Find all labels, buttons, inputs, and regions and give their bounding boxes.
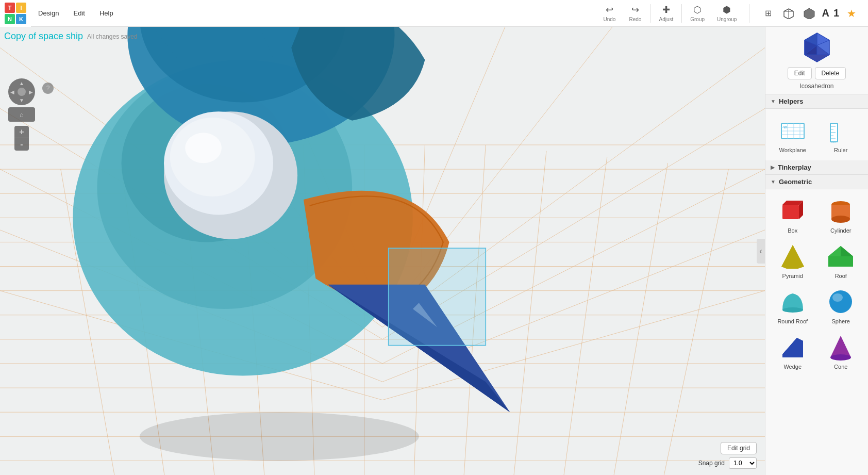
ruler-icon: mm — [826, 116, 855, 145]
grid-view-btn[interactable]: ⊞ — [760, 5, 776, 22]
cone-label: Cone — [834, 364, 847, 370]
menu-edit[interactable]: Edit — [66, 0, 92, 27]
helpers-arrow-icon: ▼ — [771, 99, 776, 104]
svg-rect-57 — [389, 248, 486, 345]
wedge-shape-item[interactable]: Wedge — [770, 330, 816, 373]
wedge-icon — [778, 333, 807, 362]
shape-view-btn[interactable] — [801, 5, 817, 22]
star-view-btn[interactable]: ★ — [843, 5, 860, 22]
sphere-label: Sphere — [832, 318, 850, 324]
pan-down-icon: ▼ — [19, 97, 24, 103]
logo-n: N — [5, 14, 15, 24]
helpers-grid: W Workplane mm — [765, 109, 868, 160]
group-button[interactable]: ⬡ Group — [684, 2, 711, 24]
svg-text:mm: mm — [831, 140, 836, 143]
autosave-status: All changes saved — [87, 33, 137, 40]
panel-collapse-button[interactable]: ‹ — [757, 239, 765, 264]
box-shape-item[interactable]: Box — [770, 193, 816, 237]
ungroup-icon: ⬢ — [723, 4, 731, 15]
workplane-label: Workplane — [779, 147, 806, 153]
main-content: Copy of space ship All changes saved ? ▲… — [0, 27, 868, 475]
number-view-btn[interactable]: 1 — [833, 7, 839, 19]
undo-button[interactable]: ↩ Undo — [596, 2, 622, 24]
delete-shape-button[interactable]: Delete — [815, 67, 846, 79]
logo-t: T — [5, 3, 15, 13]
snap-grid-select[interactable]: 0.10.250.51.02.05.010.0 — [729, 457, 757, 469]
icosahedron-preview — [800, 31, 833, 64]
svg-rect-81 — [782, 205, 799, 219]
cube-view-btn[interactable] — [780, 5, 797, 22]
workplane-icon: W — [778, 116, 807, 145]
ungroup-button[interactable]: ⬢ Ungroup — [711, 2, 743, 24]
pyramid-shape-item[interactable]: Pyramid — [770, 239, 816, 282]
svg-point-93 — [829, 290, 852, 313]
cone-shape-item[interactable]: Cone — [818, 330, 864, 373]
tinkerplay-section-label: Tinkerplay — [778, 163, 811, 171]
group-label: Group — [690, 17, 705, 22]
shape-action-buttons: Edit Delete — [788, 67, 846, 79]
redo-button[interactable]: ↪ Redo — [622, 2, 648, 24]
box-icon — [778, 196, 807, 225]
zoom-in-button[interactable]: + — [14, 126, 29, 138]
redo-label: Redo — [629, 17, 642, 22]
svg-point-47 — [140, 412, 419, 461]
cylinder-shape-item[interactable]: Cylinder — [818, 193, 864, 237]
svg-point-86 — [831, 216, 850, 223]
pan-center — [18, 88, 26, 96]
sphere-icon — [826, 287, 855, 316]
round-roof-shape-item[interactable]: Round Roof — [770, 284, 816, 327]
ungroup-label: Ungroup — [717, 17, 737, 22]
menu-design[interactable]: Design — [31, 0, 66, 27]
ruler-item[interactable]: mm Ruler — [818, 113, 864, 156]
roof-shape-item[interactable]: Roof — [818, 239, 864, 282]
roof-label: Roof — [835, 273, 847, 279]
svg-marker-90 — [841, 246, 853, 256]
home-view-button[interactable]: ⌂ — [8, 107, 35, 122]
shape-controls: Edit Delete Icosahedron — [765, 27, 868, 94]
adjust-label: Adjust — [659, 17, 673, 22]
edit-shape-button[interactable]: Edit — [788, 67, 812, 79]
pan-control[interactable]: ▲ ▼ ◀ ▶ — [8, 78, 35, 105]
geometric-shape-grid: Box Cylinder Pyramid — [765, 189, 868, 377]
letter-view-btn[interactable]: A — [822, 7, 829, 19]
snap-grid-label: Snap grid — [698, 460, 725, 467]
tinkerplay-section-header[interactable]: ▶ Tinkerplay — [765, 160, 868, 175]
logo-i: I — [16, 3, 26, 13]
wedge-label: Wedge — [783, 364, 802, 370]
pyramid-icon — [778, 242, 807, 271]
svg-point-92 — [782, 307, 803, 313]
zoom-controls: + - — [14, 126, 29, 151]
right-panel: Edit Delete Icosahedron ▼ Helpers W — [765, 27, 868, 475]
svg-point-56 — [185, 133, 222, 163]
pyramid-label: Pyramid — [782, 273, 803, 279]
snap-grid-bar: Snap grid 0.10.250.51.02.05.010.0 — [698, 457, 757, 469]
round-roof-icon — [778, 287, 807, 316]
helpers-section-label: Helpers — [779, 97, 804, 105]
pan-left-icon: ◀ — [10, 89, 14, 95]
workplane-item[interactable]: W Workplane — [770, 113, 816, 156]
ruler-label: Ruler — [834, 147, 847, 153]
help-button[interactable]: ? — [42, 83, 54, 94]
canvas-area[interactable]: Copy of space ship All changes saved ? ▲… — [0, 27, 765, 475]
toolbar-separator-2 — [681, 4, 682, 23]
edit-grid-button[interactable]: Edit grid — [721, 442, 757, 454]
project-bar: Copy of space ship All changes saved — [4, 31, 138, 42]
pan-up-icon: ▲ — [19, 80, 24, 86]
svg-point-94 — [832, 293, 843, 302]
undo-icon: ↩ — [606, 4, 613, 15]
menu-help[interactable]: Help — [92, 0, 121, 27]
logo[interactable]: T I N K — [0, 0, 31, 27]
project-title[interactable]: Copy of space ship — [4, 31, 83, 42]
svg-marker-88 — [781, 245, 804, 269]
sphere-shape-item[interactable]: Sphere — [818, 284, 864, 327]
toolbar-separator-1 — [650, 4, 650, 23]
nav-controls: ▲ ▼ ◀ ▶ ⌂ + - — [8, 78, 35, 151]
svg-marker-98 — [830, 336, 851, 357]
geometric-section-header[interactable]: ▼ Geometric — [765, 175, 868, 189]
helpers-section-header[interactable]: ▼ Helpers — [765, 94, 868, 109]
svg-marker-97 — [782, 338, 803, 357]
adjust-button[interactable]: ✚ Adjust — [653, 2, 679, 24]
svg-marker-65 — [805, 55, 829, 62]
svg-marker-3 — [804, 8, 814, 19]
zoom-out-button[interactable]: - — [14, 138, 29, 151]
